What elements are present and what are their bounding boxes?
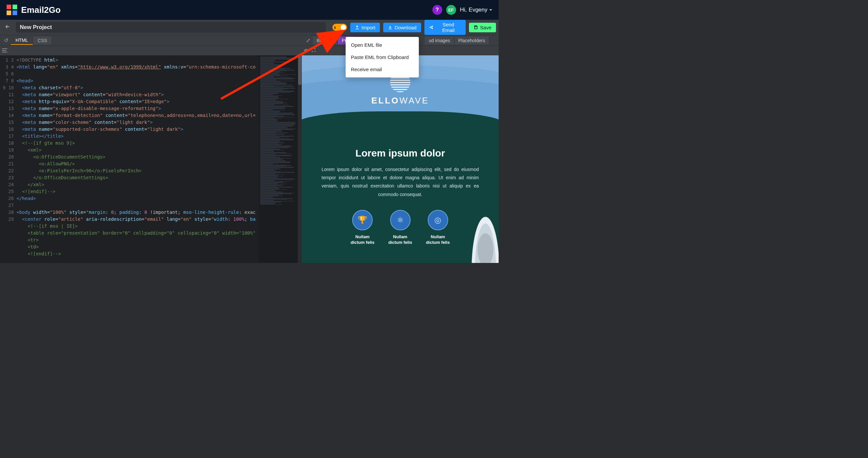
fullscreen-icon[interactable] xyxy=(311,48,316,54)
import-dropdown: Open EML file Paste EML from Clipboard R… xyxy=(346,37,419,77)
theme-toggle[interactable]: ◗ xyxy=(333,24,347,31)
refresh-icon[interactable]: ⟲ xyxy=(304,47,308,54)
chevron-down-icon xyxy=(489,9,492,11)
code-editor[interactable]: 1 2 3 4 5 6 7 8 9 10 11 12 13 14 15 16 1… xyxy=(0,55,302,263)
send-email-button[interactable]: Send Email xyxy=(425,20,466,35)
brand-text: Email2Go xyxy=(21,5,61,15)
feature-icon-1: ⚛ xyxy=(390,210,411,230)
dropdown-item-paste-eml[interactable]: Paste EML from Clipboard xyxy=(346,51,419,63)
editor-tabs: ↺ HTML CSS xyxy=(0,35,302,45)
user-avatar[interactable]: EF xyxy=(446,5,456,15)
tab-html[interactable]: HTML xyxy=(11,36,33,45)
preview-heading: Lorem ipsum dolor xyxy=(321,148,479,159)
feature-icon-0: 🏆 xyxy=(352,210,373,230)
code-content[interactable]: <!DOCTYPE html> <html lang="en" xmlns="h… xyxy=(17,55,259,263)
editor-secondary-toolbar xyxy=(0,45,302,55)
dropdown-item-receive-email[interactable]: Receive email xyxy=(346,63,419,75)
save-icon xyxy=(473,25,478,30)
code-minimap[interactable] xyxy=(259,55,302,263)
top-nav-bar: Email2Go ? EF Hi, Evgeny xyxy=(0,0,499,20)
history-icon[interactable]: ↺ xyxy=(1,37,11,43)
download-icon xyxy=(388,25,393,30)
upload-icon xyxy=(355,25,360,30)
back-button[interactable] xyxy=(3,24,12,31)
line-gutter: 1 2 3 4 5 6 7 8 9 10 11 12 13 14 15 16 1… xyxy=(0,55,17,263)
expand-icon[interactable]: ⤢ xyxy=(304,37,313,43)
brand-logo-icon xyxy=(7,5,17,15)
feature-1: ⚛ Nullamdictum felis xyxy=(388,210,412,246)
brand[interactable]: Email2Go xyxy=(7,5,61,15)
project-name-input[interactable]: New Project xyxy=(16,22,326,33)
scrollbar-thumb[interactable] xyxy=(298,55,302,85)
feature-0: 🏆 Nullamdictum felis xyxy=(350,210,374,246)
send-icon xyxy=(429,25,434,30)
email-preview: ELLOWAVE Lorem ipsum dolor Lorem ipsum d… xyxy=(302,55,499,263)
tab-browser[interactable]: Browser xyxy=(313,37,338,44)
save-button[interactable]: Save xyxy=(469,23,496,32)
scrollbar[interactable] xyxy=(298,55,302,263)
format-icon[interactable] xyxy=(2,48,7,54)
import-button[interactable]: Import xyxy=(350,23,380,32)
preview-body-text: Lorem ipsum dolor sit amet, consectetur … xyxy=(321,165,479,199)
download-button[interactable]: Download xyxy=(383,23,421,32)
moon-icon: ◗ xyxy=(334,25,336,30)
feature-icon-2: ◎ xyxy=(428,210,448,230)
feature-2: ◎ Nullamdictum felis xyxy=(426,210,450,246)
help-button[interactable]: ? xyxy=(432,5,442,15)
tab-cloud-images[interactable]: ud images xyxy=(425,37,455,44)
dropdown-item-open-eml[interactable]: Open EML file xyxy=(346,39,419,51)
tab-css[interactable]: CSS xyxy=(33,37,52,44)
tab-placeholders[interactable]: Placeholders xyxy=(455,37,489,44)
user-greeting[interactable]: Hi, Evgeny xyxy=(460,7,492,13)
project-toolbar: New Project ◗ Import Download Send Email… xyxy=(0,20,499,35)
boat-image xyxy=(469,214,499,263)
